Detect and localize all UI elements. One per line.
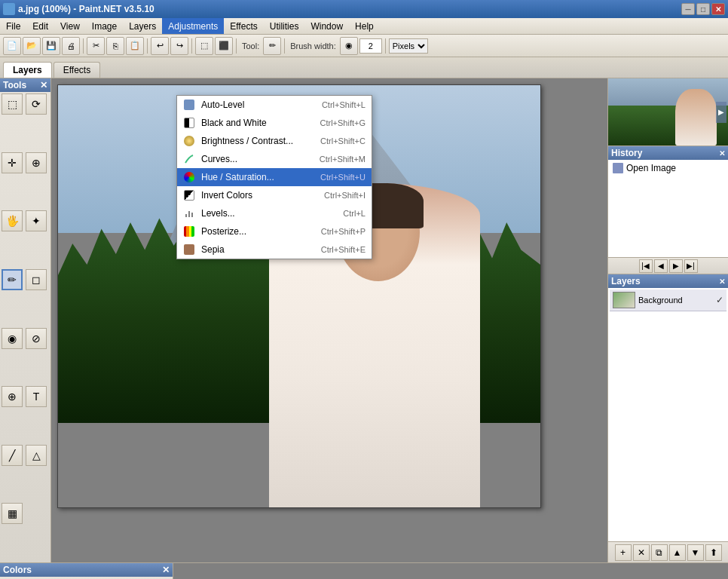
menu-item-auto-level[interactable]: Auto-Level Ctrl+Shift+L xyxy=(177,96,372,114)
layer-thumbnail xyxy=(613,292,635,308)
menu-item-sepia[interactable]: Sepia Ctrl+Shift+E xyxy=(177,240,372,259)
layer-add-btn[interactable]: + xyxy=(615,544,632,561)
levels-shortcut: Ctrl+L xyxy=(343,209,366,218)
toolbar-redo[interactable]: ↪ xyxy=(170,37,188,55)
menu-item-brightness[interactable]: Brightness / Contrast... Ctrl+Shift+C xyxy=(177,132,372,150)
tools-close-icon[interactable]: ✕ xyxy=(40,80,47,90)
history-prev-btn[interactable]: ◀ xyxy=(654,259,668,273)
sepia-icon xyxy=(183,244,195,256)
colors-header: Colors ✕ xyxy=(0,563,173,577)
tool-hand[interactable]: 🖐 xyxy=(2,210,23,231)
toolbar-undo[interactable]: ↩ xyxy=(151,37,169,55)
menu-item-invert[interactable]: Invert Colors Ctrl+Shift+I xyxy=(177,186,372,204)
tool-eraser[interactable]: ◻ xyxy=(26,269,47,290)
thumbnail-scroll-arrow[interactable]: ▶ xyxy=(716,102,726,123)
layers-toolbar: + ✕ ⧉ ▲ ▼ ⬆ xyxy=(608,541,728,562)
layers-close-button[interactable]: ✕ xyxy=(719,277,725,286)
toolbar-paste[interactable]: 📋 xyxy=(126,37,144,55)
titlebar-buttons: ─ □ ✕ xyxy=(681,3,725,15)
toolbar-invert-sel[interactable]: ⬛ xyxy=(215,37,233,55)
layer-background[interactable]: Background ✓ xyxy=(610,290,726,311)
layers-content: Background ✓ xyxy=(608,288,728,541)
history-first-btn[interactable]: |◀ xyxy=(639,259,653,273)
tool-fill[interactable]: ◉ xyxy=(2,328,23,349)
toolbar-sep6 xyxy=(385,38,386,54)
brush-width-input[interactable] xyxy=(359,38,382,54)
menu-file[interactable]: File xyxy=(0,18,26,34)
tab-effects[interactable]: Effects xyxy=(54,62,100,78)
menu-item-hue-sat[interactable]: Hue / Saturation... Ctrl+Shift+U xyxy=(177,168,372,186)
tool-paintbrush[interactable]: ✏ xyxy=(2,269,23,290)
toolbar-sep3 xyxy=(191,38,192,54)
menu-view[interactable]: View xyxy=(54,18,86,34)
tool-text[interactable]: T xyxy=(26,386,47,407)
tool-select-rect[interactable]: ⬚ xyxy=(2,93,23,115)
menu-item-black-white[interactable]: Black and White Ctrl+Shift+G xyxy=(177,114,372,132)
adjustments-dropdown: Auto-Level Ctrl+Shift+L Black and White … xyxy=(176,95,372,259)
toolbar-new[interactable]: 📄 xyxy=(3,37,21,55)
maximize-button[interactable]: □ xyxy=(696,3,710,15)
tool-move[interactable]: ✛ xyxy=(2,152,23,173)
colors-close-icon[interactable]: ✕ xyxy=(162,565,170,575)
tool-zoom[interactable]: ⊕ xyxy=(26,152,47,173)
layer-top-btn[interactable]: ⬆ xyxy=(705,544,722,561)
menu-image[interactable]: Image xyxy=(86,18,123,34)
tool-magic-wand[interactable]: ✦ xyxy=(26,210,47,231)
menu-item-posterize[interactable]: Posterize... Ctrl+Shift+P xyxy=(177,222,372,240)
toolbar-deselect[interactable]: ⬚ xyxy=(195,37,213,55)
history-next-btn[interactable]: ▶ xyxy=(669,259,683,273)
colors-panel: Colors ✕ Primary Secondary More >> ◀ xyxy=(0,563,173,579)
layer-delete-btn[interactable]: ✕ xyxy=(633,544,650,561)
tool-line[interactable]: ╱ xyxy=(2,445,23,466)
curves-label: Curves... xyxy=(201,154,314,164)
toolbar-copy[interactable]: ⎘ xyxy=(106,37,124,55)
tool-gradient[interactable]: ▦ xyxy=(2,503,23,524)
tool-color-pick[interactable]: ⊘ xyxy=(26,328,47,349)
toolbar-cut[interactable]: ✂ xyxy=(87,37,105,55)
history-item-label: Open Image xyxy=(626,163,676,173)
layer-duplicate-btn[interactable]: ⧉ xyxy=(651,544,668,561)
canvas-bottom-area xyxy=(173,563,728,579)
layer-name: Background xyxy=(638,296,713,305)
menu-edit[interactable]: Edit xyxy=(26,18,54,34)
layer-visibility-check[interactable]: ✓ xyxy=(716,295,723,305)
menu-help[interactable]: Help xyxy=(349,18,380,34)
toolbar-open[interactable]: 📂 xyxy=(23,37,41,55)
history-last-btn[interactable]: ▶| xyxy=(684,259,698,273)
minimize-button[interactable]: ─ xyxy=(681,3,695,15)
history-toolbar: |◀ ◀ ▶ ▶| xyxy=(608,257,728,274)
history-item-icon xyxy=(613,163,623,173)
menu-window[interactable]: Window xyxy=(304,18,349,34)
toolbar-print[interactable]: 🖨 xyxy=(62,37,80,55)
layer-up-btn[interactable]: ▲ xyxy=(669,544,686,561)
tab-layers[interactable]: Layers xyxy=(3,62,52,78)
menu-item-curves[interactable]: Curves... Ctrl+Shift+M xyxy=(177,150,372,168)
window-title: a.jpg (100%) - Paint.NET v3.5.10 xyxy=(18,4,154,14)
tools-grid: ⬚ ⟳ ✛ ⊕ 🖐 ✦ ✏ ◻ ◉ ⊘ ⊕ T ╱ △ ▦ xyxy=(0,92,50,562)
units-select[interactable]: Pixels xyxy=(389,38,428,54)
auto-level-shortcut: Ctrl+Shift+L xyxy=(322,100,366,109)
black-white-icon xyxy=(183,117,195,129)
menu-adjustments[interactable]: Adjustments xyxy=(162,18,224,34)
tool-shapes[interactable]: △ xyxy=(26,445,47,466)
menu-item-levels[interactable]: Levels... Ctrl+L xyxy=(177,204,372,222)
menu-layers[interactable]: Layers xyxy=(123,18,162,34)
toolbar-sep2 xyxy=(147,38,148,54)
titlebar-left: a.jpg (100%) - Paint.NET v3.5.10 xyxy=(3,3,154,15)
history-item-open-image[interactable]: Open Image xyxy=(610,161,726,175)
menu-utilities[interactable]: Utilities xyxy=(264,18,305,34)
tool-select-lasso[interactable]: ⟳ xyxy=(26,93,47,115)
levels-label: Levels... xyxy=(201,208,337,219)
history-close-button[interactable]: ✕ xyxy=(719,149,725,158)
brightness-label: Brightness / Contrast... xyxy=(201,136,314,146)
hue-sat-label: Hue / Saturation... xyxy=(201,172,314,182)
colors-title: Colors xyxy=(3,565,32,575)
thumbnail-image xyxy=(608,78,728,146)
menu-effects[interactable]: Effects xyxy=(224,18,263,34)
close-button[interactable]: ✕ xyxy=(711,3,725,15)
toolbar: 📄 📂 💾 🖨 ✂ ⎘ 📋 ↩ ↪ ⬚ ⬛ Tool: ✏ Brush widt… xyxy=(0,35,728,57)
toolbar-save[interactable]: 💾 xyxy=(42,37,60,55)
layer-down-btn[interactable]: ▼ xyxy=(687,544,704,561)
curves-shortcut: Ctrl+Shift+M xyxy=(320,155,366,164)
tool-clone[interactable]: ⊕ xyxy=(2,386,23,407)
